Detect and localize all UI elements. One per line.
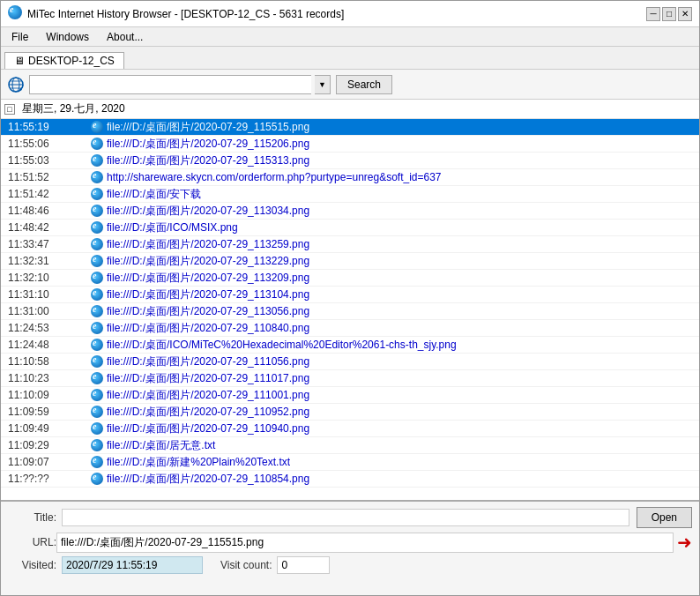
- row-time: 11:09:59: [1, 405, 89, 419]
- ie-browser-icon: [89, 205, 105, 217]
- ie-browser-icon: [89, 288, 105, 301]
- title-bar-left: MiTec Internet History Browser - [DESKTO…: [8, 5, 344, 22]
- table-row[interactable]: 11:32:10file:///D:/桌面/图片/2020-07-29_1132…: [1, 270, 699, 287]
- menu-file[interactable]: File: [4, 29, 35, 45]
- tab-label: DESKTOP-12_CS: [28, 55, 115, 67]
- row-url: file:///D:/桌面/图片/2020-07-29_110840.png: [105, 320, 699, 337]
- table-row[interactable]: 11:??:??file:///D:/桌面/图片/2020-07-29_1108…: [1, 471, 699, 488]
- row-time: 11:10:09: [1, 388, 89, 402]
- url-label: URL:: [8, 536, 56, 548]
- table-row[interactable]: 11:09:07file:///D:/桌面/新建%20Plain%20Text.…: [1, 454, 699, 471]
- table-row[interactable]: 11:33:47file:///D:/桌面/图片/2020-07-29_1132…: [1, 236, 699, 253]
- search-input[interactable]: [29, 75, 311, 94]
- row-url: file:///D:/桌面/ICO/MSIX.png: [105, 220, 699, 236]
- row-time: 11:51:52: [1, 170, 89, 184]
- arrow-icon: ➜: [677, 532, 692, 553]
- row-url: file:///D:/桌面/图片/2020-07-29_113209.png: [105, 270, 699, 287]
- url-value[interactable]: file:///D:/桌面/图片/2020-07-29_115515.png: [56, 533, 674, 553]
- table-row[interactable]: 11:31:10file:///D:/桌面/图片/2020-07-29_1131…: [1, 287, 699, 303]
- restore-button[interactable]: □: [662, 7, 676, 21]
- table-row[interactable]: 11:51:42file:///D:/桌面/安下载: [1, 186, 699, 203]
- table-row[interactable]: 11:09:29file:///D:/桌面/居无意.txt: [1, 437, 699, 454]
- row-time: 11:24:53: [1, 321, 89, 335]
- detail-panel: Title: Open URL: file:///D:/桌面/图片/2020-0…: [1, 500, 699, 596]
- table-row[interactable]: 11:24:53file:///D:/桌面/图片/2020-07-29_1108…: [1, 320, 699, 337]
- row-time: 11:10:23: [1, 371, 89, 385]
- row-url: file:///D:/桌面/ICO/MiTeC%20Hexadecimal%20…: [105, 337, 699, 354]
- row-time: 11:48:42: [1, 220, 89, 235]
- menu-about[interactable]: About...: [100, 29, 150, 45]
- row-time: 11:51:42: [1, 187, 89, 201]
- table-row[interactable]: 11:09:59file:///D:/桌面/图片/2020-07-29_1109…: [1, 404, 699, 421]
- row-url: file:///D:/桌面/图片/2020-07-29_110952.png: [105, 404, 699, 421]
- dropdown-button[interactable]: ▼: [315, 75, 331, 94]
- ie-browser-icon: [89, 221, 105, 234]
- table-row[interactable]: 11:55:03file:///D:/桌面/图片/2020-07-29_1153…: [1, 153, 699, 169]
- row-url: file:///D:/桌面/图片/2020-07-29_110854.png: [105, 471, 699, 488]
- tab-icon: 🖥: [14, 55, 25, 67]
- day-toggle[interactable]: □: [4, 104, 15, 115]
- detail-title-row: Title: Open: [8, 507, 692, 528]
- table-row[interactable]: 11:10:58file:///D:/桌面/图片/2020-07-29_1110…: [1, 354, 699, 370]
- ie-browser-icon: [89, 272, 105, 284]
- row-url: file:///D:/桌面/图片/2020-07-29_113104.png: [105, 287, 699, 303]
- tab-desktop12cs[interactable]: 🖥 DESKTOP-12_CS: [4, 52, 124, 69]
- row-url: file:///D:/桌面/安下载: [105, 186, 699, 203]
- row-time: 11:09:29: [1, 438, 89, 452]
- ie-browser-icon: [89, 339, 105, 351]
- ie-browser-icon: [89, 138, 105, 150]
- tab-bar: 🖥 DESKTOP-12_CS: [1, 47, 699, 70]
- table-row[interactable]: 11:10:23file:///D:/桌面/图片/2020-07-29_1110…: [1, 370, 699, 387]
- row-url: http://shareware.skycn.com/orderform.php…: [105, 170, 699, 184]
- open-button[interactable]: Open: [637, 507, 692, 528]
- search-button[interactable]: Search: [336, 75, 392, 94]
- menu-windows[interactable]: Windows: [39, 29, 96, 45]
- table-row[interactable]: 11:24:48file:///D:/桌面/ICO/MiTeC%20Hexade…: [1, 337, 699, 354]
- table-row[interactable]: 11:32:31file:///D:/桌面/图片/2020-07-29_1132…: [1, 253, 699, 270]
- close-button[interactable]: ✕: [678, 7, 692, 21]
- table-row[interactable]: 11:55:06file:///D:/桌面/图片/2020-07-29_1152…: [1, 136, 699, 153]
- row-url: file:///D:/桌面/图片/2020-07-29_111001.png: [105, 387, 699, 404]
- history-list[interactable]: 11:55:19file:///D:/桌面/图片/2020-07-29_1155…: [1, 119, 699, 500]
- table-row[interactable]: 11:31:00file:///D:/桌面/图片/2020-07-29_1130…: [1, 303, 699, 320]
- table-row[interactable]: 11:10:09file:///D:/桌面/图片/2020-07-29_1110…: [1, 387, 699, 404]
- row-time: 11:31:10: [1, 287, 89, 302]
- row-time: 11:55:19: [1, 120, 89, 134]
- ie-browser-icon: [89, 238, 105, 250]
- visited-label: Visited:: [8, 559, 56, 571]
- table-row[interactable]: 11:09:49file:///D:/桌面/图片/2020-07-29_1109…: [1, 421, 699, 437]
- table-row[interactable]: 11:48:42file:///D:/桌面/ICO/MSIX.png: [1, 220, 699, 236]
- title-value[interactable]: [62, 509, 629, 526]
- row-url: file:///D:/桌面/图片/2020-07-29_115313.png: [105, 153, 699, 169]
- visit-count-value[interactable]: 0: [277, 556, 330, 574]
- ie-browser-icon: [89, 439, 105, 451]
- visited-value[interactable]: 2020/7/29 11:55:19: [62, 556, 203, 574]
- ie-browser-icon: [89, 422, 105, 435]
- ie-browser-icon: [89, 372, 105, 384]
- search-bar: ▼ Search: [1, 70, 699, 100]
- row-time: 11:48:46: [1, 204, 89, 218]
- row-url: file:///D:/桌面/图片/2020-07-29_110940.png: [105, 421, 699, 437]
- ie-browser-icon: [89, 473, 105, 485]
- row-time: 11:55:06: [1, 137, 89, 151]
- table-row[interactable]: 11:51:52http://shareware.skycn.com/order…: [1, 169, 699, 186]
- row-url: file:///D:/桌面/图片/2020-07-29_115206.png: [105, 136, 699, 153]
- row-time: 11:24:48: [1, 338, 89, 352]
- row-time: 11:09:07: [1, 455, 89, 469]
- globe-icon: [6, 75, 26, 94]
- window-title: MiTec Internet History Browser - [DESKTO…: [27, 8, 344, 20]
- row-time: 11:09:49: [1, 421, 89, 436]
- row-url: file:///D:/桌面/图片/2020-07-29_113056.png: [105, 303, 699, 320]
- ie-browser-icon: [89, 188, 105, 200]
- row-url: file:///D:/桌面/图片/2020-07-29_111017.png: [105, 370, 699, 387]
- ie-browser-icon: [89, 121, 105, 133]
- ie-browser-icon: [89, 322, 105, 334]
- row-time: 11:10:58: [1, 354, 89, 369]
- ie-browser-icon: [89, 305, 105, 317]
- minimize-button[interactable]: ─: [646, 7, 660, 21]
- title-bar-controls: ─ □ ✕: [646, 7, 692, 21]
- row-url: file:///D:/桌面/图片/2020-07-29_113229.png: [105, 253, 699, 270]
- table-row[interactable]: 11:55:19file:///D:/桌面/图片/2020-07-29_1155…: [1, 119, 699, 136]
- table-row[interactable]: 11:48:46file:///D:/桌面/图片/2020-07-29_1130…: [1, 203, 699, 220]
- ie-browser-icon: [89, 154, 105, 167]
